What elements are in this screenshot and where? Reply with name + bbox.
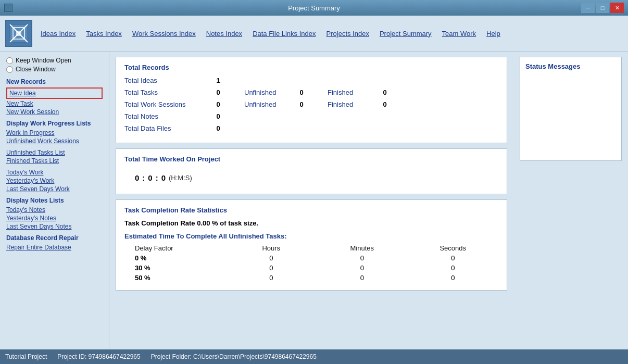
title-bar: Project Summary ─ □ ✕ <box>0 0 628 16</box>
total-tasks-row: Total Tasks 0 Unfinished 0 Finished 0 <box>124 89 498 96</box>
stats-row-0pct: 0 % 0 0 0 <box>124 254 498 262</box>
seconds-30pct: 0 <box>408 264 499 272</box>
database-repair-section: Database Record Repair Repair Entire Dat… <box>6 234 103 251</box>
total-time-title: Total Time Worked On Project <box>124 155 498 163</box>
seconds-0pct: 0 <box>408 254 499 262</box>
notes-lists-section: Display Notes Lists Today's Notes Yester… <box>6 197 103 230</box>
new-work-session-link[interactable]: New Work Session <box>6 108 103 116</box>
nav-data-file-links-index[interactable]: Data File Links Index <box>253 30 316 37</box>
status-project-name: Tutorial Project <box>5 353 47 360</box>
nav-ideas-index[interactable]: Ideas Index <box>41 30 76 37</box>
total-notes-row: Total Notes 0 <box>124 112 498 120</box>
work-sessions-unfinished-value: 0 <box>291 101 312 108</box>
work-progress-title: Display Work Progress Lists <box>6 120 103 127</box>
delay-30pct: 30 % <box>124 264 226 272</box>
total-work-sessions-label: Total Work Sessions <box>124 101 208 108</box>
yesterdays-notes-link[interactable]: Yesterday's Notes <box>6 215 103 222</box>
app-icon <box>4 4 12 12</box>
header-delay: Delay Factor <box>124 244 226 252</box>
unfinished-work-sessions-link[interactable]: Unfinished Work Sessions <box>6 137 103 145</box>
nav-help[interactable]: Help <box>486 30 500 37</box>
minutes-30pct: 0 <box>317 264 408 272</box>
total-tasks-value: 0 <box>208 89 229 96</box>
total-tasks-label: Total Tasks <box>124 89 208 96</box>
total-data-files-row: Total Data Files 0 <box>124 124 498 132</box>
time-minutes: 0 <box>148 173 152 182</box>
hours-30pct: 0 <box>226 264 317 272</box>
task-completion-panel: Task Completion Rate Statistics Task Com… <box>116 199 507 291</box>
stats-table: Delay Factor Hours Minutes Seconds 0 % 0… <box>124 244 498 282</box>
stats-row-50pct: 50 % 0 0 0 <box>124 274 498 282</box>
tasks-finished-value: 0 <box>374 89 395 96</box>
yesterdays-work-link[interactable]: Yesterday's Work <box>6 177 103 184</box>
work-sessions-unfinished-label: Unfinished <box>244 101 291 108</box>
todays-work-link[interactable]: Today's Work <box>6 169 103 176</box>
work-progress-section: Display Work Progress Lists Work In Prog… <box>6 120 103 145</box>
work-in-progress-link[interactable]: Work In Progress <box>6 129 103 136</box>
status-bar: Tutorial Project Project ID: 97498646742… <box>0 349 628 364</box>
new-task-link[interactable]: New Task <box>6 100 103 107</box>
minutes-0pct: 0 <box>317 254 408 262</box>
window-body: Ideas Index Tasks Index Work Sessions In… <box>0 16 628 364</box>
nav-bar: Ideas Index Tasks Index Work Sessions In… <box>0 16 628 52</box>
total-data-files-label: Total Data Files <box>124 124 208 132</box>
tasks-lists-section: Unfinished Tasks List Finished Tasks Lis… <box>6 149 103 165</box>
nav-work-sessions-index[interactable]: Work Sessions Index <box>132 30 196 37</box>
tasks-finished-label: Finished <box>328 89 374 96</box>
last-seven-days-notes-link[interactable]: Last Seven Days Notes <box>6 223 103 230</box>
total-work-sessions-value: 0 <box>208 101 229 108</box>
close-window-radio[interactable]: Close Window <box>6 66 103 73</box>
nav-project-summary[interactable]: Project Summary <box>380 30 432 37</box>
todays-notes-link[interactable]: Today's Notes <box>6 206 103 214</box>
window-title: Project Summary <box>288 4 340 12</box>
last-seven-days-work-link[interactable]: Last Seven Days Work <box>6 185 103 193</box>
maximize-button[interactable]: □ <box>596 3 609 13</box>
new-records-section: New Records New Idea New Task New Work S… <box>6 78 103 116</box>
minimize-button[interactable]: ─ <box>581 3 595 13</box>
tasks-unfinished-value: 0 <box>291 89 312 96</box>
completion-rate-label: Task Completion Rate <box>124 219 197 227</box>
repair-entire-database-link[interactable]: Repair Entire Database <box>6 244 103 251</box>
unfinished-tasks-list-link[interactable]: Unfinished Tasks List <box>6 149 103 156</box>
header-hours: Hours <box>226 244 317 252</box>
total-records-title: Total Records <box>124 64 498 71</box>
nav-projects-index[interactable]: Projects Index <box>326 30 369 37</box>
tasks-unfinished-label: Unfinished <box>244 89 291 96</box>
total-time-panel: Total Time Worked On Project 0 : 0 : 0 (… <box>116 148 507 194</box>
nav-team-work[interactable]: Team Work <box>442 30 476 37</box>
status-panel: Status Messages <box>513 52 628 349</box>
keep-window-open-radio[interactable]: Keep Window Open <box>6 57 103 64</box>
total-ideas-row: Total Ideas 1 <box>124 77 498 84</box>
task-completion-title: Task Completion Rate Statistics <box>124 206 498 214</box>
new-idea-link[interactable]: New Idea <box>6 87 103 99</box>
window-controls: ─ □ ✕ <box>581 3 624 13</box>
time-sep2: : <box>156 173 158 182</box>
window-behavior-group: Keep Window Open Close Window <box>6 57 103 73</box>
time-display: 0 : 0 : 0 (H:M:S) <box>124 168 498 187</box>
date-work-section: Today's Work Yesterday's Work Last Seven… <box>6 169 103 193</box>
nav-notes-index[interactable]: Notes Index <box>206 30 242 37</box>
database-repair-title: Database Record Repair <box>6 234 103 242</box>
work-sessions-finished-label: Finished <box>328 101 374 108</box>
total-notes-value: 0 <box>208 112 229 120</box>
header-seconds: Seconds <box>408 244 499 252</box>
total-notes-label: Total Notes <box>124 112 208 120</box>
status-project-id: Project ID: 974986467422965 <box>57 353 140 360</box>
content-area: Keep Window Open Close Window New Record… <box>0 52 628 349</box>
nav-tasks-index[interactable]: Tasks Index <box>86 30 122 37</box>
app-logo <box>5 20 32 47</box>
total-work-sessions-row: Total Work Sessions 0 Unfinished 0 Finis… <box>124 101 498 108</box>
seconds-50pct: 0 <box>408 274 499 282</box>
work-sessions-finished-value: 0 <box>374 101 395 108</box>
main-content: Total Records Total Ideas 1 Total Tasks … <box>109 52 513 349</box>
finished-tasks-list-link[interactable]: Finished Tasks List <box>6 157 103 165</box>
completion-rate-row: Task Completion Rate 0.00 % of task size… <box>124 219 498 227</box>
total-records-panel: Total Records Total Ideas 1 Total Tasks … <box>116 57 507 143</box>
time-hours: 0 <box>135 173 139 182</box>
time-sep1: : <box>142 173 145 182</box>
stats-header: Delay Factor Hours Minutes Seconds <box>124 244 498 252</box>
close-button[interactable]: ✕ <box>610 3 624 13</box>
logo-svg <box>9 23 29 43</box>
status-project-folder: Project Folder: C:\Users\Darren\Projects… <box>151 353 317 360</box>
nav-links: Ideas Index Tasks Index Work Sessions In… <box>41 30 500 37</box>
